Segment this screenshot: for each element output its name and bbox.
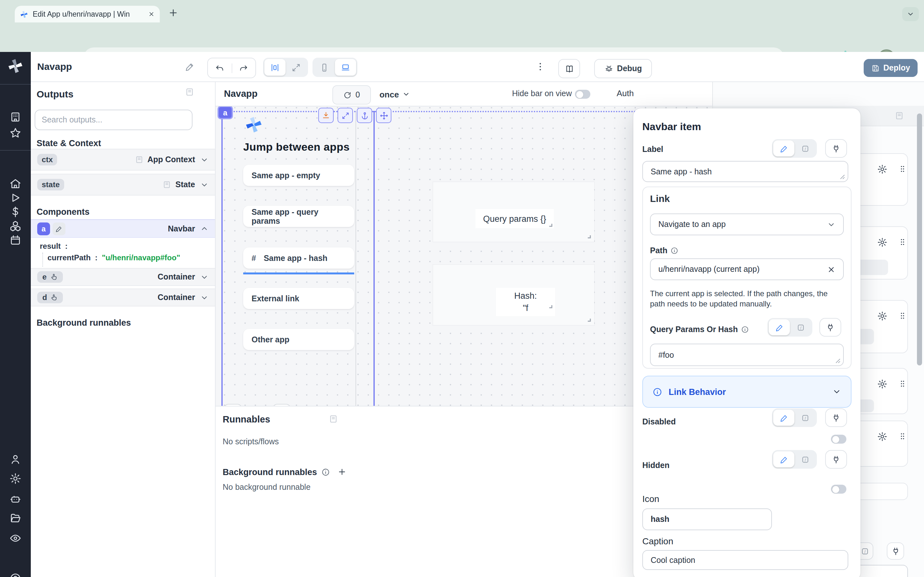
schedules-calendar-icon[interactable]: [9, 234, 21, 246]
drag-grip-icon[interactable]: [898, 432, 907, 440]
static-pencil-button[interactable]: [773, 410, 795, 426]
ctx-row[interactable]: ctx App Context: [31, 149, 215, 171]
nav-item-button[interactable]: Other app: [243, 329, 354, 350]
resources-cubes-icon[interactable]: [9, 220, 21, 232]
currentpath-key[interactable]: currentPath: [47, 253, 91, 262]
new-tab-button[interactable]: [168, 8, 178, 18]
drag-grip-icon[interactable]: [898, 311, 907, 320]
gear-icon[interactable]: [877, 432, 887, 442]
query-params-input[interactable]: #foo: [650, 343, 844, 366]
redo-button[interactable]: [232, 63, 255, 73]
icon-input[interactable]: hash: [642, 508, 772, 530]
nav-item-button[interactable]: Same app - empty: [243, 165, 354, 186]
static-pencil-button[interactable]: [773, 140, 795, 156]
gear-icon[interactable]: [877, 311, 887, 321]
debug-button[interactable]: Debug: [594, 59, 652, 78]
result-key[interactable]: result: [40, 242, 61, 251]
runs-play-icon[interactable]: [9, 192, 21, 204]
resize-handle-icon[interactable]: [586, 234, 591, 239]
static-pencil-button[interactable]: [769, 319, 790, 335]
add-background-runnable-button[interactable]: [334, 464, 350, 480]
connect-plug-button[interactable]: [825, 450, 847, 469]
panel-doc-icon[interactable]: [895, 111, 904, 121]
more-menu-kebab-icon[interactable]: [535, 61, 545, 72]
query-params-text[interactable]: Query params {}: [475, 209, 554, 228]
gear-icon[interactable]: [877, 164, 887, 174]
users-person-icon[interactable]: [9, 453, 21, 466]
refresh-mode-dropdown[interactable]: once: [376, 85, 413, 103]
fullscreen-tool[interactable]: [338, 108, 353, 123]
zoom-out-button[interactable]: [224, 404, 242, 406]
rename-pencil-icon[interactable]: [185, 61, 195, 72]
connect-plug-button[interactable]: [825, 408, 847, 427]
connect-plug-button[interactable]: [819, 318, 841, 337]
refresh-count-button[interactable]: 0: [333, 85, 371, 105]
home-icon[interactable]: [9, 177, 21, 190]
selected-component-tab[interactable]: a: [218, 106, 233, 119]
currentpath-value[interactable]: "u/henri/navapp#foo": [102, 253, 180, 262]
hash-container[interactable]: Hash: "f: [433, 265, 594, 325]
drag-grip-icon[interactable]: [898, 380, 907, 388]
zoom-in-button[interactable]: [273, 404, 291, 406]
chevron-down-icon[interactable]: [200, 293, 208, 301]
chevron-down-icon[interactable]: [200, 155, 208, 164]
nav-item-button[interactable]: Same app - query params: [243, 206, 354, 227]
resize-handle-icon[interactable]: [548, 303, 552, 308]
expand-down-tool[interactable]: [318, 108, 334, 123]
undo-button[interactable]: [208, 63, 232, 73]
help-icon[interactable]: [9, 572, 21, 577]
component-row-d[interactable]: d Container: [31, 288, 215, 306]
label-input[interactable]: Same app - hash: [642, 161, 848, 182]
nav-item-button[interactable]: External link: [243, 288, 354, 309]
scrollbar[interactable]: [917, 113, 922, 366]
ctx-key-badge[interactable]: ctx: [37, 154, 57, 165]
textarea-resize-icon[interactable]: [839, 174, 845, 179]
hidden-toggle[interactable]: [831, 485, 846, 494]
disabled-toggle[interactable]: [831, 435, 846, 444]
state-key-badge[interactable]: state: [37, 179, 64, 190]
panel-doc-icon[interactable]: [185, 87, 194, 97]
variables-dollar-icon[interactable]: [9, 206, 21, 218]
gear-icon[interactable]: [877, 237, 887, 247]
settings-gear-icon[interactable]: [9, 472, 21, 485]
component-row-e[interactable]: e Container: [31, 268, 215, 286]
hash-text[interactable]: Hash: "f: [496, 288, 555, 316]
tab-close-icon[interactable]: [148, 11, 155, 17]
static-pencil-button[interactable]: [773, 451, 795, 467]
centered-layout-button[interactable]: [264, 59, 286, 76]
link-type-select[interactable]: Navigate to an app: [650, 213, 844, 235]
deploy-button[interactable]: Deploy: [864, 59, 918, 77]
chevron-down-icon[interactable]: [200, 181, 208, 189]
state-row[interactable]: state State: [31, 174, 215, 195]
plug-button[interactable]: [887, 542, 904, 560]
full-width-layout-button[interactable]: [286, 59, 307, 76]
fn-button[interactable]: f: [795, 140, 816, 156]
selection-right-line[interactable]: [373, 111, 375, 406]
link-behavior-disclosure[interactable]: Link Behavior: [642, 376, 851, 408]
info-icon[interactable]: [321, 468, 330, 476]
anchor-tool[interactable]: [357, 108, 372, 123]
fn-button[interactable]: f: [790, 319, 811, 335]
chevron-up-icon[interactable]: [200, 224, 208, 233]
edit-pencil-icon[interactable]: [53, 222, 65, 235]
desktop-view-button[interactable]: [335, 59, 356, 76]
path-input[interactable]: u/henri/navapp (current app): [650, 258, 844, 280]
query-params-container[interactable]: Query params {}: [433, 182, 594, 242]
resize-handle-icon[interactable]: [586, 317, 591, 322]
connect-plug-button[interactable]: [825, 139, 847, 158]
gear-icon[interactable]: [877, 379, 887, 389]
move-tool[interactable]: [376, 108, 391, 123]
mobile-view-button[interactable]: [314, 59, 335, 76]
tab-search-button[interactable]: [902, 7, 919, 21]
drag-grip-icon[interactable]: [898, 165, 907, 173]
nav-item-button-active[interactable]: #Same app - hash: [243, 247, 354, 269]
clear-x-icon[interactable]: [827, 265, 835, 274]
component-id-badge[interactable]: a: [37, 222, 50, 235]
favorites-star-icon[interactable]: [9, 127, 21, 139]
caption-input[interactable]: Cool caption: [642, 550, 848, 570]
drag-grip-icon[interactable]: [898, 238, 907, 246]
fn-button[interactable]: f: [795, 410, 816, 426]
audit-eye-icon[interactable]: [9, 532, 21, 544]
info-icon[interactable]: [670, 247, 678, 255]
chevron-down-icon[interactable]: [200, 273, 208, 281]
